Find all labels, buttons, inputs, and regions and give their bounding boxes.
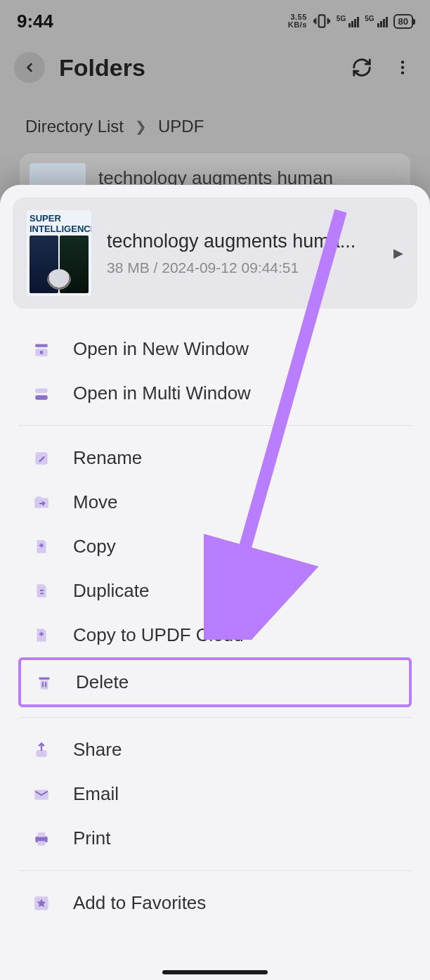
menu-label: Copy bbox=[73, 536, 116, 557]
delete-highlight: Delete bbox=[18, 657, 412, 707]
menu-label: Copy to UPDF Cloud bbox=[73, 624, 244, 646]
svg-rect-11 bbox=[40, 593, 44, 594]
menu-label: Email bbox=[73, 783, 119, 805]
divider bbox=[18, 717, 412, 718]
page-title: Folders bbox=[59, 54, 334, 82]
chevron-left-icon bbox=[22, 60, 37, 75]
svg-rect-8 bbox=[35, 395, 47, 400]
menu-label: Delete bbox=[76, 671, 129, 693]
email-item[interactable]: Email bbox=[0, 772, 430, 816]
breadcrumb-root[interactable]: Directory List bbox=[25, 117, 124, 136]
svg-rect-10 bbox=[40, 589, 44, 591]
file-meta: 38 MB / 2024-09-12 09:44:51 bbox=[107, 259, 378, 276]
trash-icon bbox=[34, 672, 55, 693]
copy-cloud-item[interactable]: Copy to UPDF Cloud bbox=[0, 613, 430, 657]
chevron-right-icon[interactable]: ▶ bbox=[393, 245, 403, 261]
svg-rect-17 bbox=[38, 841, 46, 846]
rename-item[interactable]: Rename bbox=[0, 436, 430, 480]
new-window-icon bbox=[31, 339, 52, 360]
share-icon bbox=[31, 740, 52, 761]
action-sheet: SUPER INTELLIGENCE technology augments h… bbox=[0, 185, 430, 980]
svg-rect-4 bbox=[35, 344, 47, 347]
delete-item[interactable]: Delete bbox=[21, 660, 409, 704]
multi-window-icon bbox=[31, 383, 52, 404]
print-item[interactable]: Print bbox=[0, 816, 430, 860]
breadcrumb-current[interactable]: UPDF bbox=[158, 117, 204, 136]
file-header-row[interactable]: SUPER INTELLIGENCE technology augments h… bbox=[13, 198, 417, 309]
battery-icon: 80 bbox=[393, 14, 413, 29]
menu-label: Share bbox=[73, 739, 122, 761]
menu-label: Open in Multi Window bbox=[73, 382, 251, 404]
breadcrumb[interactable]: Directory List ❯ UPDF bbox=[0, 109, 430, 144]
data-rate: 3.55 KB/s bbox=[288, 13, 307, 29]
menu-label: Add to Favorites bbox=[73, 892, 206, 914]
status-right: 3.55 KB/s 5G 5G 80 bbox=[288, 12, 413, 30]
signal-2: 5G bbox=[365, 15, 387, 27]
menu-label: Move bbox=[73, 491, 118, 513]
svg-rect-0 bbox=[319, 15, 325, 27]
copy-item[interactable]: Copy bbox=[0, 524, 430, 569]
svg-rect-13 bbox=[36, 750, 46, 757]
svg-rect-7 bbox=[35, 388, 47, 393]
back-button[interactable] bbox=[14, 52, 45, 83]
open-new-window-item[interactable]: Open in New Window bbox=[0, 327, 430, 371]
divider bbox=[18, 425, 412, 426]
chevron-right-icon: ❯ bbox=[135, 118, 147, 135]
svg-point-1 bbox=[401, 60, 404, 63]
print-icon bbox=[31, 828, 52, 849]
cloud-copy-icon bbox=[31, 625, 52, 646]
open-multi-window-item[interactable]: Open in Multi Window bbox=[0, 371, 430, 415]
app-header: Folders bbox=[0, 42, 430, 93]
duplicate-item[interactable]: Duplicate bbox=[0, 569, 430, 613]
star-icon bbox=[31, 893, 52, 914]
nav-indicator[interactable] bbox=[0, 965, 430, 980]
svg-point-2 bbox=[401, 66, 404, 69]
signal-1: 5G bbox=[337, 15, 359, 27]
refresh-button[interactable] bbox=[348, 54, 375, 81]
menu-label: Print bbox=[73, 827, 110, 849]
menu-label: Duplicate bbox=[73, 580, 149, 602]
svg-rect-12 bbox=[39, 677, 49, 679]
svg-rect-16 bbox=[38, 832, 46, 837]
status-bar: 9:44 3.55 KB/s 5G 5G 80 bbox=[0, 0, 430, 42]
menu-label: Open in New Window bbox=[73, 338, 249, 360]
status-time: 9:44 bbox=[17, 11, 53, 32]
duplicate-icon bbox=[31, 581, 52, 602]
pencil-icon bbox=[31, 448, 52, 469]
divider bbox=[18, 870, 412, 871]
menu-label: Rename bbox=[73, 447, 142, 469]
email-icon bbox=[31, 784, 52, 805]
more-vertical-icon bbox=[393, 58, 412, 77]
home-pill[interactable] bbox=[162, 970, 268, 974]
add-favorites-item[interactable]: Add to Favorites bbox=[0, 881, 430, 925]
refresh-icon bbox=[351, 57, 372, 78]
move-icon bbox=[31, 492, 52, 513]
move-item[interactable]: Move bbox=[0, 480, 430, 524]
menu-list: Open in New Window Open in Multi Window … bbox=[0, 320, 430, 932]
file-name: technology augments huma... bbox=[107, 231, 378, 252]
copy-icon bbox=[31, 536, 52, 557]
vibrate-icon bbox=[313, 12, 331, 30]
file-thumbnail: SUPER INTELLIGENCE bbox=[27, 210, 91, 296]
share-item[interactable]: Share bbox=[0, 728, 430, 772]
svg-point-3 bbox=[401, 71, 404, 74]
more-button[interactable] bbox=[389, 54, 416, 81]
file-info: technology augments huma... 38 MB / 2024… bbox=[107, 231, 378, 276]
svg-rect-6 bbox=[40, 351, 43, 354]
